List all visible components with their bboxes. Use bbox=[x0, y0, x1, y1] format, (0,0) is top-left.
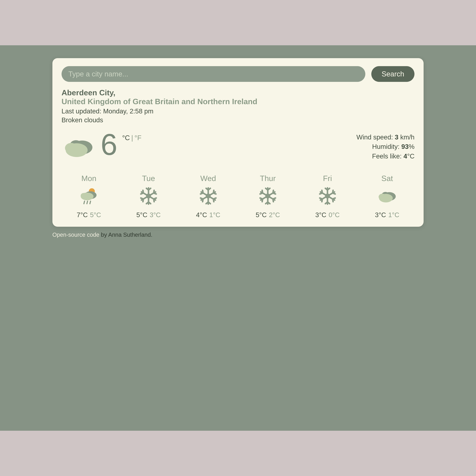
svg-line-8 bbox=[84, 201, 85, 204]
search-row: Search bbox=[62, 66, 415, 82]
svg-point-90 bbox=[379, 194, 386, 200]
forecast-day: Thur bbox=[240, 174, 295, 219]
forecast-day-label: Mon bbox=[81, 174, 96, 183]
forecast-temps: 4°C1°C bbox=[196, 211, 220, 219]
forecast-day: Wed bbox=[181, 174, 236, 219]
snow-icon bbox=[317, 185, 338, 207]
snow-icon bbox=[257, 185, 278, 207]
forecast-high: 5°C bbox=[256, 211, 267, 219]
cloud-icon bbox=[376, 185, 398, 207]
current-row: 6 °C | °F Wind speed: 3 km/h Humidity: 9… bbox=[62, 132, 415, 161]
search-button[interactable]: Search bbox=[371, 66, 414, 82]
condition-text: Broken clouds bbox=[62, 116, 415, 124]
forecast-low: 3°C bbox=[150, 211, 161, 219]
forecast-high: 4°C bbox=[196, 211, 207, 219]
rain-sun-icon bbox=[78, 185, 100, 207]
wind-line: Wind speed: 3 km/h bbox=[357, 132, 415, 142]
panel-wrap: Search Aberdeen City, United Kingdom of … bbox=[52, 58, 424, 238]
feels-like-line: Feels like: 4°C bbox=[357, 151, 415, 161]
location-heading: Aberdeen City, United Kingdom of Great B… bbox=[62, 88, 415, 106]
forecast-temps: 7°C5°C bbox=[77, 211, 101, 219]
unit-separator: | bbox=[130, 134, 134, 142]
forecast-day: Tue bbox=[121, 174, 176, 219]
last-updated: Last updated: Monday, 2:58 pm bbox=[62, 107, 415, 115]
humidity-line: Humidity: 93% bbox=[357, 142, 415, 151]
forecast-temps: 5°C3°C bbox=[136, 211, 161, 219]
svg-line-9 bbox=[87, 201, 88, 204]
forecast-temps: 3°C1°C bbox=[375, 211, 399, 219]
updated-value: Monday, 2:58 pm bbox=[103, 107, 153, 115]
footer-credit: Open-source code by Anna Sutherland. bbox=[52, 231, 424, 238]
forecast-row: Mon 7°C5°C Tue bbox=[62, 174, 415, 219]
forecast-low: 0°C bbox=[329, 211, 340, 219]
main-area: Search Aberdeen City, United Kingdom of … bbox=[0, 45, 476, 431]
forecast-high: 7°C bbox=[77, 211, 88, 219]
forecast-day-label: Sat bbox=[381, 174, 393, 183]
forecast-day: Sat 3°C1°C bbox=[360, 174, 414, 219]
forecast-temps: 5°C2°C bbox=[256, 211, 280, 219]
open-source-link[interactable]: Open-source code bbox=[52, 231, 99, 238]
forecast-high: 5°C bbox=[136, 211, 147, 219]
forecast-high: 3°C bbox=[315, 211, 326, 219]
svg-line-10 bbox=[90, 201, 91, 204]
updated-prefix: Last updated: bbox=[62, 107, 103, 115]
forecast-low: 2°C bbox=[269, 211, 280, 219]
snow-icon bbox=[198, 185, 219, 207]
unit-fahrenheit-link[interactable]: °F bbox=[135, 134, 141, 142]
current-temperature: 6 bbox=[101, 130, 117, 159]
current-details: Wind speed: 3 km/h Humidity: 93% Feels l… bbox=[357, 132, 415, 161]
top-band bbox=[0, 0, 476, 45]
location-city: Aberdeen City, bbox=[62, 88, 115, 97]
forecast-low: 1°C bbox=[209, 211, 220, 219]
forecast-low: 5°C bbox=[90, 211, 101, 219]
forecast-day: Mon 7°C5°C bbox=[62, 174, 116, 219]
forecast-day-label: Thur bbox=[260, 174, 276, 183]
snow-icon bbox=[138, 185, 159, 207]
forecast-day: Fri bbox=[300, 174, 355, 219]
forecast-high: 3°C bbox=[375, 211, 386, 219]
svg-point-3 bbox=[65, 143, 77, 153]
location-country: United Kingdom of Great Britain and Nort… bbox=[62, 97, 257, 106]
forecast-day-label: Fri bbox=[323, 174, 332, 183]
city-search-input[interactable] bbox=[62, 66, 365, 82]
cloud-icon bbox=[62, 132, 96, 161]
forecast-temps: 3°C0°C bbox=[315, 211, 340, 219]
svg-point-7 bbox=[81, 193, 87, 198]
weather-card: Search Aberdeen City, United Kingdom of … bbox=[52, 58, 424, 227]
unit-celsius-link[interactable]: °C bbox=[122, 134, 130, 142]
unit-toggle: °C | °F bbox=[122, 134, 141, 142]
forecast-day-label: Tue bbox=[142, 174, 155, 183]
forecast-low: 1°C bbox=[388, 211, 399, 219]
forecast-day-label: Wed bbox=[200, 174, 216, 183]
bottom-band bbox=[0, 431, 476, 476]
footer-rest: by Anna Sutherland. bbox=[99, 231, 152, 238]
